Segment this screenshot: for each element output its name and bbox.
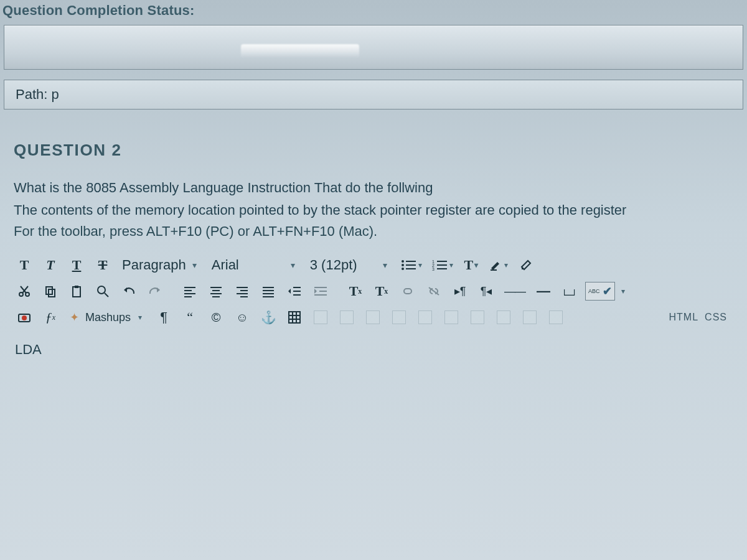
anchor-button[interactable]: ⚓	[258, 307, 279, 328]
record-media-button[interactable]	[14, 307, 35, 328]
rtl-button[interactable]: ¶◂	[476, 281, 497, 302]
chevron-down-icon: ▾	[474, 261, 478, 270]
toolbar-hint: For the toolbar, press ALT+F10 (PC) or A…	[14, 223, 727, 240]
hr-thin-button[interactable]: ——	[502, 281, 528, 302]
svg-point-4	[402, 268, 404, 270]
svg-point-2	[402, 264, 404, 266]
align-center-button[interactable]	[205, 281, 227, 302]
font-size-dropdown[interactable]: 3 (12pt) ▾	[306, 254, 393, 276]
blockquote-button[interactable]: “	[179, 307, 200, 328]
bullet-list-button[interactable]: ▾	[398, 254, 425, 276]
outdent-button[interactable]	[284, 281, 305, 302]
question-number: QUESTION 2	[14, 141, 727, 160]
toolbar-row-1: T T T T Paragraph ▾ Arial ▾ 3 (12pt) ▾	[14, 252, 727, 278]
html-view-button[interactable]: HTML	[669, 312, 699, 323]
copy-button[interactable]	[40, 281, 61, 302]
svg-point-21	[98, 286, 105, 294]
delete-col-button[interactable]	[493, 307, 514, 328]
insert-row-below-button[interactable]	[388, 307, 410, 328]
chevron-down-icon: ▾	[383, 260, 387, 270]
underline-button[interactable]: T	[66, 254, 87, 276]
spellcheck-abc-label: ABC	[588, 288, 600, 294]
font-size-value: 3 (12pt)	[310, 257, 357, 273]
svg-point-47	[22, 315, 27, 320]
hr-thick-button[interactable]: —	[533, 281, 554, 302]
css-view-button[interactable]: CSS	[705, 312, 727, 323]
chevron-down-icon: ▾	[192, 260, 197, 270]
chevron-down-icon: ▾	[291, 260, 295, 270]
block-format-value: Paragraph	[122, 257, 186, 273]
mashups-label: Mashups	[85, 311, 131, 324]
ltr-button[interactable]: ▸¶	[449, 281, 471, 302]
svg-rect-19	[73, 287, 80, 297]
chevron-down-icon: ▾	[449, 261, 453, 269]
block-format-dropdown[interactable]: Paragraph ▾	[118, 254, 203, 276]
question-block: QUESTION 2 What is the 8085 Assembly Lan…	[0, 127, 747, 462]
align-right-button[interactable]	[232, 281, 253, 302]
bold-button[interactable]: T	[14, 254, 35, 276]
superscript-button[interactable]: Tx	[345, 281, 366, 302]
page-root: Question Completion Status: Path: p QUES…	[0, 0, 747, 462]
screen-glare	[241, 44, 359, 58]
path-text: Path: p	[16, 86, 59, 102]
insert-table-button[interactable]	[284, 307, 305, 328]
insert-row-above-button[interactable]	[362, 307, 383, 328]
spellcheck-button[interactable]: ABC ✔	[585, 282, 615, 301]
find-replace-button[interactable]	[92, 281, 113, 302]
delete-row-button[interactable]	[415, 307, 436, 328]
editor-content: LDA	[15, 342, 42, 357]
svg-line-22	[105, 293, 108, 297]
undo-button[interactable]	[118, 281, 139, 302]
cut-button[interactable]	[14, 281, 35, 302]
paste-button[interactable]	[66, 281, 87, 302]
chevron-down-icon: ▾	[504, 261, 508, 269]
strikethrough-button[interactable]: T	[92, 254, 113, 276]
question-prompt-line2: The contents of the memory location poin…	[14, 200, 727, 221]
rich-text-editor[interactable]: LDA	[14, 334, 727, 459]
sparkle-icon: ✦	[70, 310, 79, 324]
svg-point-0	[402, 260, 404, 263]
text-color-glyph: T	[464, 257, 473, 273]
toolbar-row-3: ƒx ✦ Mashups ▾ ¶ “ © ☺ ⚓	[14, 304, 727, 330]
align-left-button[interactable]	[179, 281, 200, 302]
subscript-button[interactable]: Tx	[371, 281, 392, 302]
completion-status-label: Question Completion Status:	[0, 0, 747, 25]
table-cell-props-button[interactable]	[336, 307, 357, 328]
merge-cells-button[interactable]	[519, 307, 540, 328]
chevron-down-icon: ▾	[418, 261, 422, 269]
italic-button[interactable]: T	[40, 254, 61, 276]
number-list-button[interactable]: 1 2 3 ▾	[430, 254, 456, 276]
svg-rect-20	[75, 286, 78, 288]
svg-text:3: 3	[432, 267, 435, 271]
check-icon: ✔	[603, 284, 612, 298]
mashups-dropdown[interactable]: ✦ Mashups ▾	[66, 307, 148, 328]
answer-textarea-placeholder[interactable]	[4, 25, 743, 70]
rich-text-toolbar: T T T T Paragraph ▾ Arial ▾ 3 (12pt) ▾	[14, 248, 727, 334]
symbol-copyright-button[interactable]: ©	[205, 307, 227, 328]
emoticon-button[interactable]: ☺	[232, 307, 253, 328]
nonbreaking-space-button[interactable]: ⌴	[559, 281, 580, 302]
svg-rect-48	[289, 312, 300, 323]
font-family-dropdown[interactable]: Arial ▾	[208, 254, 301, 276]
redo-button[interactable]	[144, 281, 166, 302]
highlight-color-button[interactable]: ▾	[487, 254, 510, 276]
toolbar-row-2: Tx Tx ▸¶ ¶◂ —— — ⌴ ABC ✔ ▾	[14, 278, 727, 304]
chevron-down-icon: ▾	[621, 287, 625, 296]
insert-link-button[interactable]	[397, 281, 418, 302]
split-cells-button[interactable]	[545, 307, 566, 328]
clear-formatting-button[interactable]	[515, 254, 537, 276]
svg-rect-12	[491, 269, 497, 271]
remove-link-button[interactable]	[423, 281, 444, 302]
align-justify-button[interactable]	[258, 281, 279, 302]
indent-button[interactable]	[310, 281, 331, 302]
insert-col-left-button[interactable]	[441, 307, 462, 328]
question-prompt-line1: What is the 8085 Assembly Language Instr…	[14, 177, 727, 198]
font-family-value: Arial	[212, 257, 239, 273]
table-row-props-button[interactable]	[310, 307, 331, 328]
chevron-down-icon: ▾	[138, 313, 142, 322]
editor-path-display: Path: p	[4, 80, 743, 110]
text-color-button[interactable]: T ▾	[461, 254, 482, 276]
show-nonprinting-button[interactable]: ¶	[153, 307, 174, 328]
insert-col-right-button[interactable]	[467, 307, 488, 328]
math-editor-button[interactable]: ƒx	[40, 307, 61, 328]
